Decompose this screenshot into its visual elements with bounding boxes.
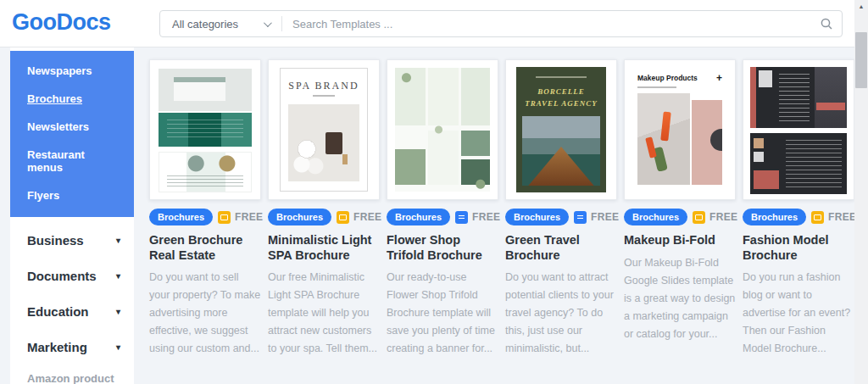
template-description: Our Makeup Bi-Fold Google Slides templat… (624, 254, 736, 343)
chevron-down-icon (264, 19, 272, 27)
sidebar-section-marketing[interactable]: Marketing ▾ (10, 329, 134, 365)
sidebar-section-education[interactable]: Education ▾ (10, 293, 134, 329)
search-input[interactable] (282, 11, 811, 36)
free-label: FREE (709, 211, 737, 223)
trifold-panels-art (159, 113, 252, 147)
template-title[interactable]: Green Travel Brochure (505, 233, 617, 263)
google-slides-icon (337, 211, 349, 224)
free-badge: FREE (218, 211, 263, 224)
free-label: FREE (235, 211, 263, 223)
template-title[interactable]: Fashion Model Brochure (743, 233, 854, 263)
free-label: FREE (472, 211, 500, 223)
free-label: FREE (828, 211, 856, 223)
makeup-subtitle-art (637, 86, 676, 88)
fashion-page1-art (750, 67, 847, 128)
header: GooDocs All categories (0, 0, 868, 47)
sidebar-item-amazon-product[interactable]: Amazon product (10, 365, 134, 384)
category-badge[interactable]: Brochures (505, 209, 569, 225)
scrollbar-up-arrow-icon[interactable]: ▲ (854, 0, 868, 12)
travel-agency-title: Borcelle Travel Agency (516, 86, 606, 110)
vertical-scrollbar[interactable]: ▲ (854, 0, 868, 384)
sidebar-item-newsletters[interactable]: Newsletters (10, 113, 134, 141)
template-title[interactable]: Minimalistic Light SPA Brochure (268, 233, 380, 263)
template-description: Do you want to sell your property? To ma… (149, 269, 261, 358)
template-card-makeup-bifold: Makeup Products + Brochures FREE Makeup … (624, 59, 736, 358)
free-badge: FREE (455, 211, 500, 224)
card-meta-row: Brochures FREE (387, 209, 498, 225)
template-card-green-travel: Borcelle Travel Agency Brochures FREE Gr… (505, 59, 617, 358)
flower-trifold-collage-art (395, 68, 490, 192)
sidebar-section-documents[interactable]: Documents ▾ (10, 258, 134, 293)
free-badge: FREE (574, 211, 619, 224)
template-card-flower-shop: Brochures FREE Flower Shop Trifold Broch… (387, 59, 498, 358)
free-badge: FREE (811, 211, 856, 224)
spa-page-frame-art: SPA BRAND (280, 68, 368, 192)
caret-down-icon: ▾ (116, 271, 120, 281)
card-meta-row: Brochures FREE (505, 209, 617, 225)
house-photo-art (159, 69, 252, 111)
category-badge[interactable]: Brochures (624, 209, 687, 225)
fashion-page2-art (750, 133, 847, 194)
category-dropdown[interactable]: All categories (160, 11, 281, 36)
search-icon (820, 17, 833, 31)
caret-down-icon: ▾ (116, 307, 120, 316)
spa-subtitle-art (313, 95, 335, 97)
template-thumbnail[interactable]: SPA BRAND (268, 59, 380, 200)
template-card-spa-brochure: SPA BRAND Brochures FREE Minimalistic Li… (268, 59, 380, 358)
caret-down-icon: ▾ (116, 236, 120, 245)
sidebar-section-label: Marketing (27, 340, 87, 354)
template-thumbnail[interactable]: Borcelle Travel Agency (505, 59, 617, 200)
template-card-grid: Brochures FREE Green Brochure Real Estat… (149, 59, 854, 358)
cosmetics-photo-art (637, 93, 690, 185)
travel-title-line2: Travel Agency (525, 99, 597, 108)
goodocs-logo[interactable]: GooDocs (12, 9, 111, 36)
template-thumbnail[interactable] (743, 59, 854, 200)
template-description: Do you want to attract potential clients… (505, 269, 617, 358)
category-badge[interactable]: Brochures (387, 209, 450, 225)
template-title[interactable]: Makeup Bi-Fold (624, 233, 736, 248)
sidebar-item-newspapers[interactable]: Newspapers (10, 57, 134, 85)
free-badge: FREE (693, 211, 737, 224)
category-dropdown-label: All categories (172, 18, 238, 31)
search-button[interactable] (811, 11, 842, 36)
spa-brand-title: SPA BRAND (281, 80, 367, 92)
free-badge: FREE (337, 211, 381, 224)
free-label: FREE (353, 211, 381, 223)
template-title[interactable]: Green Brochure Real Estate (149, 233, 261, 263)
free-label: FREE (591, 211, 619, 223)
makeup-cover-art: Makeup Products + (632, 67, 728, 192)
sidebar-item-brochures[interactable]: Brochures (10, 85, 134, 113)
card-meta-row: Brochures FREE (149, 209, 261, 225)
sidebar-item-restaurant-menus[interactable]: Restaurant menus (10, 141, 134, 181)
card-meta-row: Brochures FREE (624, 209, 736, 225)
card-meta-row: Brochures FREE (743, 209, 854, 225)
travel-title-line1: Borcelle (537, 87, 585, 96)
travel-cover-art: Borcelle Travel Agency (516, 67, 606, 192)
template-thumbnail[interactable] (149, 59, 261, 200)
category-badge[interactable]: Brochures (149, 209, 213, 225)
makeup-products-title: Makeup Products (637, 74, 698, 82)
sidebar-featured-group: Newspapers Brochures Newsletters Restaur… (10, 51, 134, 217)
sidebar-section-label: Documents (27, 269, 97, 283)
caret-down-icon: ▾ (116, 342, 120, 352)
category-badge[interactable]: Brochures (268, 209, 331, 225)
sidebar-section-business[interactable]: Business ▾ (10, 222, 134, 258)
brochure-inner-page-art (159, 152, 252, 192)
scrollbar-thumb[interactable] (855, 32, 867, 88)
template-thumbnail[interactable]: Makeup Products + (624, 59, 736, 200)
category-badge[interactable]: Brochures (743, 209, 806, 225)
google-docs-icon (574, 211, 587, 224)
sidebar: Newspapers Brochures Newsletters Restaur… (10, 47, 134, 384)
google-slides-icon (811, 211, 824, 224)
google-slides-icon (218, 211, 231, 224)
google-slides-icon (693, 211, 705, 224)
template-description: Our free Minimalistic Light SPA Brochure… (268, 269, 380, 358)
template-thumbnail[interactable] (387, 59, 498, 200)
template-card-green-real-estate: Brochures FREE Green Brochure Real Estat… (149, 59, 261, 358)
template-title[interactable]: Flower Shop Trifold Brochure (387, 233, 498, 263)
sidebar-item-flyers[interactable]: Flyers (10, 181, 134, 209)
sidebar-sections: Business ▾ Documents ▾ Education ▾ Marke… (10, 217, 134, 384)
pink-panel-art (692, 100, 722, 185)
travel-topline-art (536, 76, 586, 78)
sidebar-section-label: Education (27, 304, 89, 319)
